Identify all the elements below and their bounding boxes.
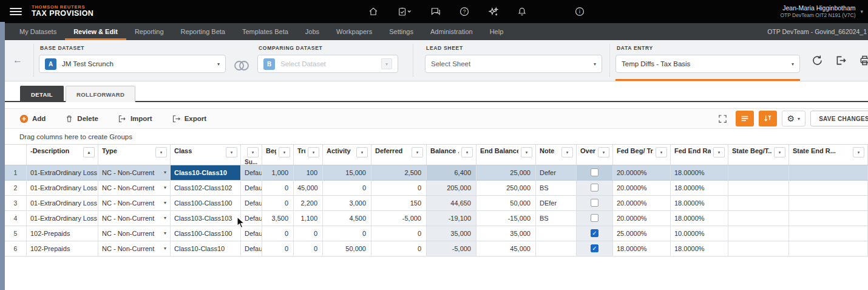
nav-item-jobs[interactable]: Jobs — [297, 23, 328, 40]
column-menu-button[interactable]: ▾ — [308, 147, 319, 157]
cell-end_balance[interactable]: 35,000 — [476, 226, 536, 241]
cell-trueup[interactable]: 1,100 — [294, 211, 323, 226]
column-menu-button[interactable]: ▾ — [226, 147, 237, 157]
refresh-icon[interactable] — [811, 54, 824, 69]
cell-override[interactable]: ✓ — [577, 241, 613, 257]
cell-trueup[interactable]: 100 — [294, 165, 323, 181]
cell-fed_end[interactable]: 18.0000% — [671, 211, 728, 226]
cell-balance[interactable]: 6,400 — [427, 165, 476, 181]
nav-item-settings[interactable]: Settings — [381, 23, 422, 40]
sort-filter-button[interactable] — [759, 111, 777, 126]
cell-class[interactable]: Class100-Class100 — [171, 196, 241, 211]
lead-sheet-select[interactable]: Select Sheet ▾ — [425, 55, 602, 73]
column-header-type[interactable]: Type▾ — [98, 145, 171, 165]
nav-item-my-datasets[interactable]: My Datasets — [11, 23, 65, 40]
cell-description[interactable]: 01-ExtraOrdinary Loss — [27, 165, 98, 181]
override-checkbox[interactable]: ✓ — [591, 244, 598, 252]
column-menu-button[interactable]: ▾ — [412, 147, 423, 157]
cell-type[interactable]: NC - Non-Current▾ — [98, 226, 171, 241]
cell-note[interactable] — [536, 241, 577, 257]
column-header-deferred[interactable]: Deferred▾ — [371, 145, 427, 165]
column-menu-button[interactable]: ▾ — [155, 147, 167, 157]
cell-begin[interactable]: 0 — [262, 181, 294, 196]
type-dropdown-caret[interactable]: ▾ — [164, 196, 166, 210]
cell-description[interactable]: 01-ExtraOrdinary Loss — [27, 211, 98, 226]
type-dropdown-caret[interactable]: ▾ — [164, 181, 166, 195]
cell-type[interactable]: NC - Non-Current▾ — [98, 211, 171, 226]
cell-end_balance[interactable]: 25,000 — [476, 165, 536, 181]
type-dropdown-caret[interactable]: ▾ — [164, 226, 166, 241]
cell-class[interactable]: Class10-Class10 — [171, 241, 241, 257]
override-checkbox[interactable]: ✓ — [591, 229, 598, 237]
cell-end_balance[interactable]: -15,000 — [476, 211, 536, 226]
column-menu-button[interactable]: ▾ — [247, 147, 259, 157]
cell-state_end[interactable] — [789, 226, 868, 241]
override-checkbox[interactable] — [591, 184, 598, 192]
cell-fed_end[interactable]: 18.0000% — [671, 165, 728, 181]
cell-su[interactable]: Defau... — [241, 165, 262, 181]
comparing-dataset-select[interactable]: B Select Dataset ▾ — [257, 55, 398, 73]
cell-deferred[interactable]: 150 — [371, 196, 427, 211]
nav-item-workpapers[interactable]: Workpapers — [328, 23, 381, 40]
cell-type[interactable]: NC - Non-Current▾ — [98, 196, 171, 211]
cell-end_balance[interactable]: 45,000 — [476, 241, 536, 257]
cell-activity[interactable]: 15,000 — [323, 165, 371, 181]
cell-class[interactable]: Class100-Class100 — [171, 226, 241, 241]
cell-su[interactable]: Defau... — [241, 196, 262, 211]
cell-description[interactable]: 01-ExtraOrdinary Loss — [27, 196, 98, 211]
cell-fed_end[interactable]: 10.0000% — [671, 226, 728, 241]
cell-trueup[interactable]: 45,000 — [294, 181, 323, 196]
data-entry-select[interactable]: Temp Diffs - Tax Basis ▾ — [615, 55, 800, 73]
cell-state_end[interactable] — [789, 181, 868, 196]
back-button[interactable]: ← — [13, 55, 22, 66]
column-menu-button[interactable]: ▾ — [521, 147, 532, 157]
group-by-bar[interactable]: Drag columns here to create Groups — [5, 129, 868, 145]
cell-override[interactable]: ✓ — [577, 226, 613, 241]
tab-rollforward[interactable]: ROLLFORWARD — [66, 86, 135, 102]
column-menu-button[interactable]: ▾ — [561, 147, 573, 157]
sort-ascending-button[interactable]: ▲ — [83, 147, 95, 157]
cell-type[interactable]: NC - Non-Current▾ — [98, 241, 171, 257]
column-header-state_end[interactable]: State End R...▾ — [789, 145, 868, 165]
column-menu-button[interactable]: ▾ — [356, 147, 368, 157]
info-icon[interactable]: i — [574, 6, 585, 17]
column-menu-button[interactable]: ▾ — [656, 147, 667, 157]
cell-state_end[interactable] — [789, 241, 868, 257]
cell-override[interactable] — [577, 211, 613, 226]
grid-settings-button[interactable]: ⚙ ▾ — [782, 111, 806, 126]
cell-state_end[interactable] — [789, 165, 868, 181]
home-icon[interactable] — [368, 6, 379, 17]
cell-deferred[interactable]: 2,500 — [371, 165, 427, 181]
compare-datasets-button[interactable] — [229, 57, 254, 75]
cell-state_end[interactable] — [789, 211, 868, 226]
export-button[interactable]: Export — [172, 114, 206, 123]
cell-begin[interactable]: 0 — [262, 241, 294, 257]
column-header-class[interactable]: Class▾ — [171, 145, 241, 165]
column-header-fed_end[interactable]: Fed End Rate▾ — [671, 145, 728, 165]
row-layout-button[interactable] — [736, 111, 754, 126]
cell-trueup[interactable]: 0 — [294, 241, 323, 257]
cell-state_beg[interactable] — [728, 165, 789, 181]
cell-note[interactable]: Defer — [536, 165, 577, 181]
cell-override[interactable] — [577, 165, 613, 181]
column-menu-button[interactable]: ▾ — [598, 147, 609, 157]
cell-balance[interactable]: 44,650 — [427, 196, 476, 211]
cell-type[interactable]: NC - Non-Current▾ — [98, 165, 171, 181]
cell-balance[interactable]: 35,000 — [427, 226, 476, 241]
cell-override[interactable] — [577, 196, 613, 211]
cell-su[interactable]: Defau... — [241, 241, 262, 257]
save-changes-button[interactable]: SAVE CHANGES — [810, 111, 868, 126]
cell-deferred[interactable]: 0 — [371, 241, 427, 257]
cell-description[interactable]: 102-Prepaids — [27, 226, 98, 241]
column-header-note[interactable]: Note▾ — [536, 145, 577, 165]
type-dropdown-caret[interactable]: ▾ — [164, 241, 166, 256]
cell-note[interactable] — [536, 226, 577, 241]
tab-detail[interactable]: DETAIL — [20, 86, 64, 102]
cell-state_beg[interactable] — [728, 211, 789, 226]
cell-begin[interactable]: 0 — [262, 226, 294, 241]
cell-fed_end[interactable]: 18.0000% — [671, 241, 728, 257]
chat-icon[interactable] — [430, 6, 441, 17]
tasks-icon[interactable] — [396, 6, 412, 17]
cell-state_beg[interactable] — [728, 241, 789, 257]
cell-note[interactable]: BS — [536, 181, 577, 196]
